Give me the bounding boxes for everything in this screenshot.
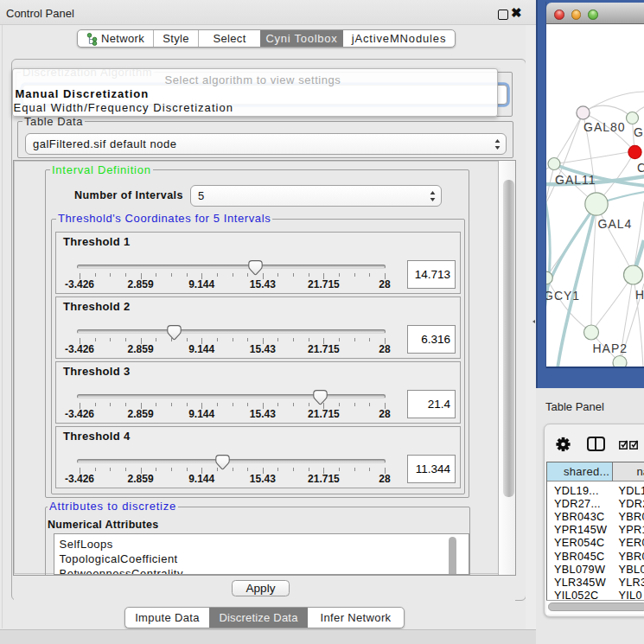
svg-text:GCY1: GCY1	[546, 289, 580, 303]
svg-text:GAL4: GAL4	[598, 217, 633, 231]
svg-text:GAL11: GAL11	[555, 173, 596, 187]
svg-text:CDC: CDC	[637, 161, 644, 175]
svg-text:GAL1: GAL1	[634, 125, 644, 139]
svg-text:HAP2: HAP2	[593, 341, 628, 355]
svg-text:GAL80: GAL80	[583, 120, 626, 134]
svg-text:HAP: HAP	[635, 288, 644, 302]
